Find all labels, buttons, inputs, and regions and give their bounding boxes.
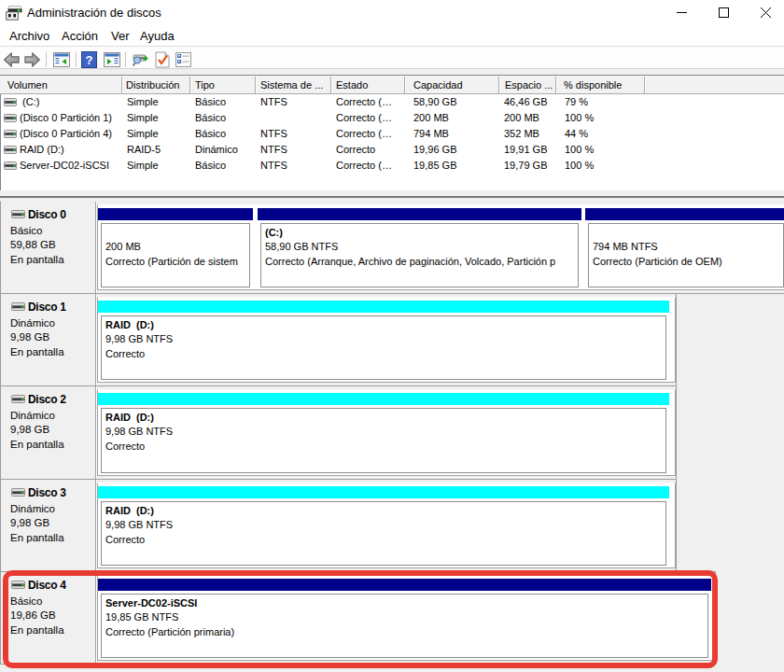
svg-text:?: ? <box>86 53 93 67</box>
